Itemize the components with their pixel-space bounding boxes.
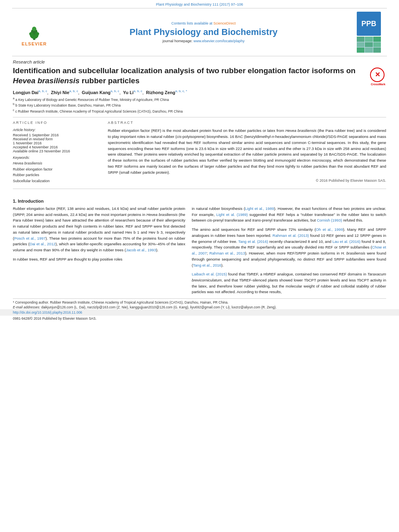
article-info-header: ARTICLE INFO (13, 121, 101, 125)
author-rizhong-zeng: Rizhong Zeng (146, 90, 175, 95)
intro-right-para-3: Laibach et al. (2015) found that TbREF, … (192, 271, 386, 295)
divider-2 (13, 189, 386, 189)
intro-right-para-2: The amino acid sequences for REF and SRP… (192, 227, 386, 268)
keyword-subcellular: Subcellular localization (13, 178, 101, 184)
authors-line: Longjun Daia, b, c, Zhiyi Niea, b, c, Gu… (13, 89, 386, 95)
article-info-col: ARTICLE INFO Article history: Received 1… (13, 121, 101, 184)
ref-tang-2016a[interactable]: Tang et al. (2016) (238, 239, 268, 244)
crossmark-label: CrossMark (370, 82, 386, 86)
article-title-block: Identification and subcellular localizat… (13, 66, 386, 86)
accepted-date: Accepted 4 November 2016 (13, 145, 101, 149)
ref-rahman-2013b[interactable]: Rahman et al., 2013 (209, 251, 245, 255)
journal-center-info: Contents lists available at ScienceDirec… (56, 21, 351, 43)
affiliations-block: a a Key Laboratory of Biology and Geneti… (13, 97, 386, 114)
abstract-text: Rubber elongation factor (REF) is the mo… (108, 128, 386, 175)
revised-date: 1 November 2016 (13, 141, 101, 145)
svg-point-4 (29, 32, 34, 35)
history-dates: Received 1 September 2016 Received in re… (13, 133, 101, 153)
journal-reference: Plant Physiology and Biochemistry 111 (2… (0, 0, 399, 8)
journal-title: Plant Physiology and Biochemistry (56, 27, 351, 37)
revised-label: Received in revised form (13, 137, 101, 141)
keyword-hevea: Hevea brasiliensis (13, 160, 101, 166)
article-title-text: Identification and subcellular localizat… (13, 66, 366, 86)
affil-a: a a Key Laboratory of Biology and Geneti… (13, 97, 386, 103)
ref-laibach-2015[interactable]: Laibach et al. (2015) (192, 272, 227, 276)
abstract-col: ABSTRACT Rubber elongation factor (REF) … (108, 121, 386, 184)
ref-lau-2016[interactable]: Lau et al. (2016) (333, 239, 361, 244)
elsevier-tree-image (18, 18, 50, 41)
journal-homepage: journal homepage: www.elsevier.com/locat… (56, 39, 351, 43)
intro-columns: Rubber elongation factor (REF, 138 amino… (13, 206, 386, 295)
ppb-abbrev: PPB (357, 12, 381, 36)
intro-para-1: Rubber elongation factor (REF, 138 amino… (13, 206, 185, 253)
keywords-label: Keywords: (13, 156, 101, 160)
intro-section-title: 1. Introduction (13, 199, 386, 203)
author-guijuan-kang: Guijuan Kang (82, 90, 111, 95)
info-abstract-section: ARTICLE INFO Article history: Received 1… (13, 121, 386, 184)
available-date: Available online 23 November 2016 (13, 149, 101, 153)
author-longjun-dai: Longjun Dai (13, 90, 39, 95)
svg-point-5 (35, 32, 39, 35)
crossmark-circle: ✕ (370, 68, 385, 82)
ppb-cover-thumbnail (357, 37, 381, 53)
journal-header: ELSEVIER Contents lists available at Sci… (12, 8, 387, 56)
ref-jacob-1993[interactable]: Jacob et al., 1993 (126, 248, 156, 252)
title-italic-species: Hevea brasiliensis (13, 76, 80, 85)
svg-point-3 (32, 27, 37, 31)
elsevier-wordmark: ELSEVIER (22, 41, 47, 46)
history-label: Article history: (13, 128, 101, 132)
keyword-rubber-particles: Rubber particles (13, 172, 101, 178)
author-zhiyi-nie: Zhiyi Nie (51, 90, 70, 95)
intro-right-para-1: in natural rubber biosynthesis (Light et… (192, 206, 386, 224)
journal-ref-text: Plant Physiology and Biochemistry 111 (2… (156, 2, 243, 6)
homepage-link[interactable]: www.elsevier.com/locate/plaphy (193, 39, 245, 43)
sciencedirect-label: Contents lists available at ScienceDirec… (56, 21, 351, 25)
article-content: Research article Identification and subc… (0, 56, 399, 195)
ref-posch-1997[interactable]: Posch et al., 1997 (14, 236, 45, 240)
author-yu-li: Yu Li (123, 90, 134, 95)
intro-right-col: in natural rubber biosynthesis (Light et… (192, 206, 386, 295)
sciencedirect-link[interactable]: ScienceDirect (214, 21, 236, 25)
affil-b: b b State Key Laboratory Incubation Base… (13, 102, 386, 108)
ref-dai-2012[interactable]: Dai et al., 2012 (29, 242, 56, 246)
copyright-text: © 2016 Published by Elsevier Masson SAS. (108, 179, 386, 183)
ref-rahman-2013a[interactable]: Rahman et al. (2013) (273, 233, 309, 238)
footnote-section: * Corresponding author. Rubber Research … (13, 298, 386, 309)
corresponding-author-note: * Corresponding author. Rubber Research … (13, 300, 386, 304)
doi-bar: http://dx.doi.org/10.1016/j.plaphy.2016.… (0, 309, 399, 316)
elsevier-logo: ELSEVIER (16, 18, 52, 46)
article-type-label: Research article (13, 60, 386, 64)
intro-left-col: Rubber elongation factor (REF, 138 amino… (13, 206, 185, 295)
intro-para-2: In rubber trees, REF and SRPP are though… (13, 257, 185, 263)
doi-link[interactable]: http://dx.doi.org/10.1016/j.plaphy.2016.… (13, 310, 82, 314)
ref-cornish-1993[interactable]: Cornish (1993) (317, 218, 342, 222)
introduction-section: 1. Introduction Rubber elongation factor… (0, 199, 399, 295)
received-date: Received 1 September 2016 (13, 133, 101, 137)
ref-light-1989a[interactable]: Light et al., 1989 (245, 206, 274, 211)
divider-1 (13, 117, 386, 117)
ref-light-1989b[interactable]: Light et al. (1989) (216, 212, 248, 217)
issn-bar: 0981-9428/© 2016 Published by Elsevier M… (0, 316, 399, 321)
ppb-logo: PPB (355, 12, 383, 53)
crossmark-badge[interactable]: ✕ CrossMark (370, 68, 386, 86)
ref-oh-1999[interactable]: Oh et al., 1999 (316, 227, 343, 232)
ref-tang-2016b[interactable]: Tang et al., 2016 (193, 263, 221, 267)
elsevier-tree-svg (22, 25, 46, 41)
keyword-ref: Rubber elongation factor (13, 166, 101, 172)
email-footnote: E-mail addresses: daikjunjun@126.com (L.… (13, 305, 386, 309)
affil-c: c c Rubber Research Institute, Chinese A… (13, 108, 386, 114)
abstract-header: ABSTRACT (108, 121, 386, 125)
